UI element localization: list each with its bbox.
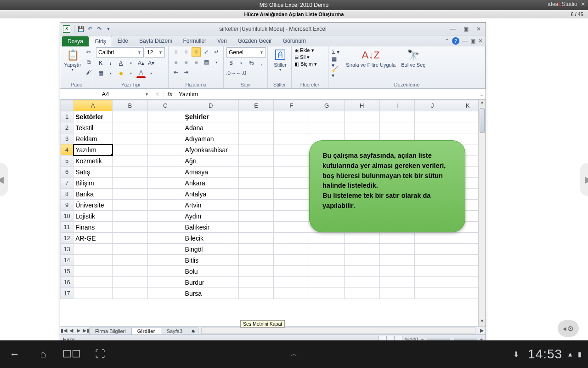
clear-button[interactable]: 🧹▾: [331, 68, 340, 77]
borders-button[interactable]: ▦: [96, 69, 105, 78]
cell[interactable]: [344, 255, 379, 266]
format-painter-button[interactable]: 🖌: [84, 68, 93, 77]
cell[interactable]: [274, 167, 309, 178]
row-header[interactable]: 5: [61, 155, 74, 167]
cell[interactable]: [379, 266, 415, 277]
scroll-thumb[interactable]: [480, 108, 485, 133]
number-format-select[interactable]: Genel▼: [226, 47, 266, 58]
align-right-button[interactable]: ≡: [192, 58, 201, 67]
cell[interactable]: Bingöl: [183, 244, 238, 255]
cell[interactable]: [74, 288, 113, 299]
cell[interactable]: [309, 244, 345, 255]
doc-restore-button[interactable]: ▣: [470, 38, 475, 44]
doc-minimize-button[interactable]: —: [462, 38, 468, 44]
row-header[interactable]: 10: [61, 211, 74, 222]
cell[interactable]: [113, 277, 148, 288]
cell[interactable]: Kozmetik: [74, 155, 113, 167]
recent-apps-icon[interactable]: ☐☐: [64, 347, 79, 362]
cell[interactable]: Afyonkarahisar: [183, 144, 238, 155]
cell[interactable]: [309, 288, 345, 299]
cell[interactable]: [309, 255, 345, 266]
hscroll-right[interactable]: ▶: [478, 328, 486, 334]
cancel-formula-button[interactable]: ✕: [151, 91, 164, 98]
cell[interactable]: [238, 167, 274, 178]
minimize-button[interactable]: —: [449, 26, 457, 32]
cell[interactable]: Reklam: [74, 133, 113, 144]
tab-formüller[interactable]: Formüller: [177, 36, 212, 46]
copy-button[interactable]: ⧉: [84, 58, 93, 67]
find-select-button[interactable]: 🔭Bul ve Seç: [399, 47, 427, 69]
row-header[interactable]: 16: [61, 277, 74, 288]
save-button[interactable]: 💾: [76, 24, 85, 34]
row-header[interactable]: 15: [61, 266, 74, 277]
cell[interactable]: [415, 122, 450, 133]
cell[interactable]: [274, 155, 309, 167]
insert-cells-button[interactable]: ⊞ Ekle ▾: [294, 47, 314, 53]
cell[interactable]: [274, 222, 309, 233]
delete-cells-button[interactable]: ⊟ Sil ▾: [294, 54, 310, 60]
cell[interactable]: [147, 189, 183, 200]
column-header[interactable]: G: [309, 100, 345, 111]
increase-indent-button[interactable]: ⇥: [181, 68, 191, 77]
cell[interactable]: [147, 211, 183, 222]
tab-veri[interactable]: Veri: [212, 36, 232, 46]
grow-font-button[interactable]: A▴: [136, 58, 146, 68]
cell[interactable]: [415, 233, 450, 244]
sheet-nav-last[interactable]: ▶▮: [82, 328, 90, 334]
cell[interactable]: [147, 200, 183, 211]
restore-button[interactable]: ▣: [462, 26, 470, 32]
cell[interactable]: [113, 189, 148, 200]
merge-button[interactable]: ▤: [202, 58, 211, 67]
cell[interactable]: [113, 211, 148, 222]
qat-dropdown[interactable]: ▼: [104, 24, 113, 34]
settings-button[interactable]: ⚙: [558, 320, 579, 337]
orientation-button[interactable]: ⤢: [202, 47, 211, 57]
cell[interactable]: [238, 277, 274, 288]
prev-slide-button[interactable]: ◀: [0, 163, 8, 196]
cell[interactable]: Aydın: [183, 211, 238, 222]
cell[interactable]: [274, 277, 309, 288]
cell[interactable]: [344, 266, 379, 277]
cell[interactable]: [344, 233, 379, 244]
cell[interactable]: [309, 122, 345, 133]
cell[interactable]: [238, 222, 274, 233]
cell[interactable]: [344, 111, 379, 122]
horizontal-scrollbar[interactable]: [201, 328, 475, 334]
excel-icon[interactable]: X: [63, 25, 70, 33]
cell[interactable]: [147, 277, 183, 288]
cell[interactable]: Burdur: [183, 277, 238, 288]
fill-button[interactable]: ▦ ▾: [331, 58, 340, 67]
row-header[interactable]: 7: [61, 178, 74, 189]
cell[interactable]: [344, 277, 379, 288]
cell[interactable]: [238, 233, 274, 244]
cell[interactable]: [379, 233, 415, 244]
column-header[interactable]: D: [183, 100, 238, 111]
tab-file[interactable]: Dosya: [62, 36, 89, 46]
cell[interactable]: [274, 288, 309, 299]
row-header[interactable]: 9: [61, 200, 74, 211]
cut-button[interactable]: ✂: [84, 47, 93, 57]
row-header[interactable]: 4: [61, 144, 74, 155]
cell[interactable]: Sektörler: [74, 111, 113, 122]
row-header[interactable]: 12: [61, 233, 74, 244]
cell[interactable]: [415, 255, 450, 266]
wrap-text-button[interactable]: ↵: [212, 47, 221, 57]
bold-button[interactable]: K: [96, 58, 105, 68]
worksheet-grid[interactable]: ABCDEFGHIJK1SektörlerŞehirler2TekstilAda…: [60, 100, 486, 326]
row-header[interactable]: 14: [61, 255, 74, 266]
cell[interactable]: [147, 222, 183, 233]
cell[interactable]: [274, 266, 309, 277]
cell[interactable]: [238, 255, 274, 266]
cell[interactable]: Finans: [74, 222, 113, 233]
cell[interactable]: [113, 244, 148, 255]
cell[interactable]: [344, 122, 379, 133]
align-bottom-button[interactable]: ≡: [192, 47, 201, 57]
doc-close-button[interactable]: ✕: [478, 38, 483, 44]
column-header[interactable]: H: [344, 100, 379, 111]
sheet-nav-next[interactable]: ▶: [75, 328, 82, 334]
expand-handle-icon[interactable]: ︿: [291, 350, 297, 358]
cell[interactable]: [74, 244, 113, 255]
row-header[interactable]: 8: [61, 189, 74, 200]
cell[interactable]: Adana: [183, 122, 238, 133]
cell[interactable]: [274, 244, 309, 255]
